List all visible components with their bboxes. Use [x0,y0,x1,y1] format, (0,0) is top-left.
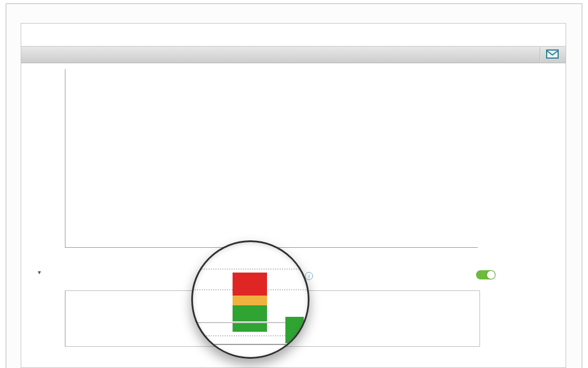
anomaly-chart-ylabel [52,301,59,326]
learn-more-link[interactable] [541,30,543,37]
email-report-button[interactable] [545,49,560,60]
top-sql-chart-plot [65,69,478,248]
show-normal-bars-toggle[interactable] [476,270,496,279]
header-divider [540,47,540,62]
dpa-sql-performance-page: ▼ i [0,0,588,368]
info-icon[interactable]: i [305,272,313,280]
chart-header-bar [21,46,566,63]
magnified-critical-segment [233,273,267,296]
top-chart-ylabel [52,148,59,174]
magnified-warning-segment [233,296,267,305]
magnifier-content [193,242,308,357]
envelope-icon [546,49,559,59]
magnified-normal-segment [233,305,267,321]
magnified-normal-segment [233,323,267,332]
chart-header-title [21,47,566,63]
magnifier-overlay [191,240,310,359]
toggle-knob [487,271,495,279]
magnified-gridline [193,269,308,270]
chevron-down-icon[interactable]: ▼ [37,270,42,275]
